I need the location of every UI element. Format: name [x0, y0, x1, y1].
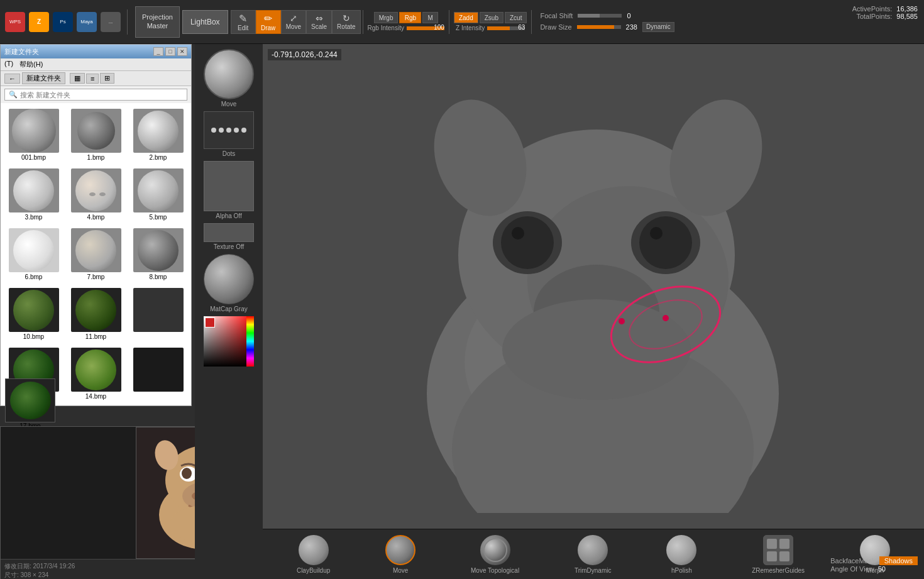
lightbox-button[interactable]: LightBox — [182, 10, 228, 34]
zadd-button[interactable]: Zadd — [454, 12, 478, 23]
list-item[interactable]: 17.bmp — [3, 376, 58, 432]
angle-value: 50 — [878, 565, 886, 573]
fm-close-button[interactable]: ✕ — [177, 47, 187, 56]
viewport[interactable]: -0.791,0.026,-0.244 — [263, 44, 924, 529]
separator-3 — [531, 10, 532, 34]
bottom-right-info: BackfaceMask Shadows Angle Of View 50 — [830, 556, 918, 573]
zsub-button[interactable]: Zsub — [480, 12, 503, 23]
focal-shift-slider[interactable] — [578, 14, 622, 18]
edit-button[interactable]: ✎ Edit — [231, 10, 256, 34]
list-item[interactable]: 6.bmp — [3, 225, 64, 284]
fm-item-label: 3.bmp — [25, 214, 43, 221]
zbrush-icon[interactable]: Z — [29, 12, 49, 32]
list-item[interactable]: 14.bmp — [65, 345, 126, 403]
thumb-image — [75, 290, 116, 331]
zremesherguides-tool[interactable]: ZRemesherGuides — [752, 535, 805, 574]
trimdynamic-tool[interactable]: TrimDynamic — [575, 535, 612, 574]
claybuildup-tool[interactable]: ClayBuildup — [297, 535, 330, 574]
thumbnail — [133, 288, 184, 332]
dots-preview[interactable] — [204, 111, 254, 149]
focal-shift-row: Focal Shift 0 — [540, 12, 674, 19]
texture-preview[interactable] — [204, 223, 254, 242]
list-item[interactable]: 7.bmp — [65, 225, 126, 284]
move-topological-icon — [480, 535, 510, 565]
dynamic-button[interactable]: Dynamic — [642, 22, 674, 32]
list-item[interactable] — [128, 285, 189, 343]
fm-menu-help[interactable]: 帮助(H) — [19, 60, 43, 69]
maya-icon[interactable]: Maya — [77, 12, 97, 32]
list-item[interactable]: 2.bmp — [128, 106, 189, 164]
extra-icon[interactable]: ... — [101, 12, 121, 32]
rgb-intensity-slider[interactable]: 100 — [407, 26, 444, 30]
alpha-preview[interactable] — [204, 161, 254, 211]
rotate-button[interactable]: ↻ Rotate — [332, 10, 360, 34]
list-item[interactable]: 4.bmp — [65, 165, 126, 224]
backface-mask-label[interactable]: BackfaceMask — [830, 557, 876, 565]
texture-off-label: Texture Off — [214, 243, 245, 250]
zadd-group: Zadd Zsub Zcut Z Intensity 63 — [451, 12, 529, 31]
texture-section: Texture Off — [204, 223, 254, 250]
svg-point-32 — [663, 315, 669, 321]
fm-grid-view-button[interactable]: ▦ — [70, 73, 85, 84]
claybuildup-label: ClayBuildup — [297, 567, 330, 574]
preview-date: 修改日期: 2017/3/4 19:26 — [4, 562, 195, 571]
z-intensity-slider[interactable]: 63 — [487, 26, 525, 30]
draw-button[interactable]: ✏ Draw — [256, 10, 281, 34]
list-item[interactable]: 5.bmp — [128, 165, 189, 224]
color-picker[interactable] — [204, 316, 254, 367]
fm-back-button[interactable]: ← — [4, 74, 20, 84]
fm-menu-t[interactable]: (T) — [4, 60, 13, 69]
list-item[interactable]: 1.bmp — [65, 106, 126, 164]
thumbnail — [9, 228, 59, 272]
m-button[interactable]: M — [422, 12, 437, 23]
move-button[interactable]: ⤢ Move — [281, 10, 306, 34]
zcut-button[interactable]: Zcut — [505, 12, 527, 23]
mrgb-button[interactable]: Mrgb — [374, 12, 399, 23]
matcap-preview[interactable] — [204, 254, 254, 304]
hpolish-tool[interactable]: hPolish — [666, 535, 696, 574]
fm-item-label: 5.bmp — [150, 214, 167, 221]
fm-item-label: 001.bmp — [21, 154, 46, 161]
list-item[interactable]: 3.bmp — [3, 165, 64, 224]
move-topological-tool[interactable]: Move Topological — [471, 535, 519, 574]
fm-minimize-button[interactable]: _ — [153, 47, 163, 56]
svg-point-24 — [650, 227, 663, 240]
search-input[interactable] — [20, 91, 183, 99]
list-item[interactable]: 10.bmp — [3, 285, 64, 343]
topo-inner — [483, 538, 507, 562]
svg-point-20 — [501, 216, 554, 269]
alpha-off-label: Alpha Off — [216, 212, 242, 219]
thumbnail — [5, 378, 55, 422]
alpha-icon — [207, 164, 251, 208]
list-item[interactable]: 001.bmp — [3, 106, 64, 164]
fm-list-view-button[interactable]: ≡ — [86, 74, 99, 84]
file-manager: 新建文件夹 _ □ ✕ (T) 帮助(H) ← 新建文件夹 ▦ ≡ ⊞ 🔍 — [0, 44, 192, 406]
app-icons: WPS Z Ps Maya ... — [0, 9, 135, 35]
brush-preview-sphere[interactable] — [204, 49, 254, 99]
svg-rect-35 — [779, 539, 789, 549]
fm-search-bar: 🔍 — [4, 89, 187, 101]
svg-rect-37 — [779, 551, 789, 561]
fm-item-label: 11.bmp — [85, 333, 106, 340]
photoshop-icon[interactable]: Ps — [53, 12, 73, 32]
active-color-swatch[interactable] — [205, 317, 215, 328]
move-tool[interactable]: Move — [385, 535, 415, 574]
dot-1 — [211, 128, 216, 133]
scale-button[interactable]: ⇔ Scale — [306, 10, 332, 34]
projection-master-button[interactable]: ProjectionMaster — [135, 6, 180, 38]
draw-size-slider[interactable] — [577, 25, 621, 29]
zremesherguides-label: ZRemesherGuides — [752, 567, 805, 574]
fm-details-view-button[interactable]: ⊞ — [100, 73, 114, 84]
rgb-intensity-row: Rgb Intensity 100 — [368, 25, 444, 31]
wps-icon[interactable]: WPS — [5, 12, 25, 32]
backface-shadows-row: BackfaceMask Shadows — [830, 556, 918, 565]
fm-title: 新建文件夹 — [4, 47, 39, 57]
rgb-button[interactable]: Rgb — [399, 12, 421, 23]
thumb-image — [75, 350, 116, 390]
fm-maximize-button[interactable]: □ — [165, 47, 175, 56]
svg-point-21 — [512, 227, 524, 240]
fm-new-folder-button[interactable]: 新建文件夹 — [22, 72, 65, 84]
list-item[interactable]: 8.bmp — [128, 225, 189, 284]
shadows-button[interactable]: Shadows — [879, 556, 918, 565]
list-item[interactable]: 11.bmp — [65, 285, 126, 343]
